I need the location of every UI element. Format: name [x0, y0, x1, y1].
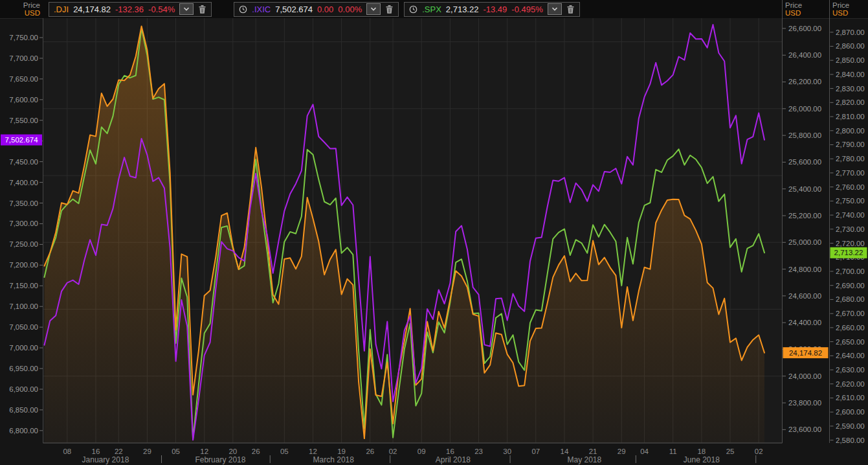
- right-axis2-tick-label: 2,870.00: [836, 28, 865, 36]
- right-axis2-tick-label: 2,640.00: [836, 352, 865, 359]
- date-tick-label: 26: [252, 448, 260, 455]
- right-axis2-tick-label: 2,650.00: [836, 338, 865, 346]
- left-axis-header: Price USD: [0, 1, 40, 17]
- legend-symbol-spx: .SPX: [422, 5, 441, 14]
- date-tick-label: 08: [63, 448, 71, 455]
- spx-last-price-badge-text: 2,713.22: [834, 249, 863, 256]
- trash-icon: [198, 5, 206, 14]
- right-axis2-tick-label: 2,680.00: [836, 295, 865, 303]
- left-axis-tick-label: 7,650.00: [9, 75, 38, 83]
- delete-series-button[interactable]: [566, 5, 575, 14]
- month-label: June 2018: [684, 455, 720, 464]
- date-tick-label: 29: [143, 448, 151, 455]
- date-tick-label: 19: [337, 448, 346, 455]
- date-tick-label: 12: [200, 448, 208, 455]
- legend-change-ixic: 0.00: [317, 5, 333, 14]
- date-tick-label: 04: [640, 448, 649, 455]
- left-axis-tick-label: 7,050.00: [9, 323, 38, 331]
- right-axis1-tick-label: 25,400.00: [788, 185, 821, 193]
- clock-icon: [409, 5, 417, 14]
- month-label: March 2018: [313, 455, 355, 464]
- right-axis1-tick-label: 24,600.00: [788, 292, 821, 300]
- legend-dropdown-button[interactable]: [548, 3, 562, 15]
- right-axis1-tick-label: 25,800.00: [788, 131, 821, 139]
- right-axis1-tick-label: 26,200.00: [788, 78, 821, 85]
- month-label: January 2018: [82, 455, 129, 464]
- right-axis2-price-label: Price: [832, 1, 849, 9]
- right-axis2-tick-label: 2,690.00: [836, 282, 865, 289]
- left-axis-tick-label: 7,700.00: [9, 54, 38, 62]
- right-axis1-tick-label: 25,600.00: [788, 158, 821, 166]
- right-axis2-tick-label: 2,730.00: [836, 225, 865, 233]
- date-tick-label: 14: [561, 448, 569, 455]
- legend-row: .DJI 24,174.82 -132.36 -0.54% .IXIC 7,50…: [49, 0, 602, 18]
- legend-spx[interactable]: .SPX 2,713.22 -13.49 -0.495%: [404, 2, 580, 17]
- clock-icon: [239, 5, 247, 14]
- date-tick-label: 09: [417, 448, 426, 455]
- left-axis-tick-label: 7,350.00: [9, 199, 38, 207]
- trash-icon: [385, 5, 394, 14]
- right-axis1-tick-label: 24,400.00: [788, 319, 821, 326]
- legend-change-pct-spx: -0.495%: [511, 5, 542, 14]
- date-tick-label: 30: [503, 448, 511, 455]
- right-axis2-tick-label: 2,720.00: [836, 240, 865, 247]
- right-axis1-header: Price USD: [785, 1, 802, 17]
- date-tick-label: 21: [589, 448, 597, 455]
- date-tick-label: 02: [389, 448, 397, 455]
- right-axis1-tick-label: 26,600.00: [788, 25, 821, 32]
- right-axis1-tick-label: 25,000.00: [788, 238, 821, 246]
- delete-series-button[interactable]: [385, 5, 394, 14]
- dji-last-price-badge-text: 24,174.82: [789, 349, 822, 357]
- legend-value-ixic: 7,502.674: [275, 5, 313, 14]
- right-axis1-tick-label: 25,200.00: [788, 212, 821, 220]
- month-label: May 2018: [568, 455, 602, 464]
- legend-dji[interactable]: .DJI 24,174.82 -132.36 -0.54%: [49, 2, 212, 17]
- right-axis2-tick-label: 2,770.00: [836, 169, 865, 177]
- right-axis2-tick-label: 2,630.00: [836, 366, 865, 374]
- left-axis-tick-label: 7,150.00: [9, 282, 38, 289]
- legend-change-spx: -13.49: [483, 5, 507, 14]
- left-axis-tick-label: 7,600.00: [9, 96, 38, 104]
- month-label: February 2018: [195, 455, 245, 464]
- month-label: April 2018: [436, 455, 471, 464]
- right-axis2-tick-label: 2,840.00: [836, 71, 865, 78]
- right-axis2-tick-label: 2,700.00: [836, 267, 865, 275]
- chevron-down-icon: [551, 6, 558, 12]
- right-axis1-tick-label: 24,800.00: [788, 266, 821, 273]
- date-tick-label: 05: [172, 448, 180, 455]
- date-tick-label: 20: [228, 448, 237, 455]
- left-axis-tick-label: 7,550.00: [9, 117, 38, 124]
- date-tick-label: 07: [531, 448, 540, 455]
- chevron-down-icon: [370, 6, 377, 12]
- right-axis1-tick-label: 26,400.00: [788, 51, 821, 59]
- right-axis2-tick-label: 2,610.00: [836, 394, 865, 402]
- right-axis1-price-label: Price: [785, 1, 802, 9]
- right-axis2-tick-label: 2,780.00: [836, 155, 865, 163]
- right-axis2-tick-label: 2,830.00: [836, 85, 865, 93]
- left-axis-tick-label: 6,950.00: [9, 365, 38, 372]
- right-axis2-tick-label: 2,740.00: [836, 211, 865, 219]
- legend-dropdown-button[interactable]: [366, 3, 381, 15]
- legend-symbol-ixic: .IXIC: [252, 5, 271, 14]
- left-axis-tick-label: 7,450.00: [9, 158, 38, 166]
- delete-series-button[interactable]: [198, 5, 206, 14]
- left-axis-tick-label: 6,850.00: [9, 406, 38, 414]
- date-tick-label: 29: [618, 448, 626, 455]
- right-axis2-tick-label: 2,850.00: [836, 56, 865, 64]
- date-tick-label: 25: [726, 448, 735, 455]
- left-axis-tick-label: 7,100.00: [9, 302, 38, 310]
- legend-dropdown-button[interactable]: [179, 3, 194, 15]
- legend-ixic[interactable]: .IXIC 7,502.674 0.00 0.00%: [234, 2, 399, 17]
- chevron-down-icon: [183, 6, 190, 12]
- date-tick-label: 18: [697, 448, 706, 455]
- right-axis1-tick-label: 26,000.00: [788, 105, 821, 113]
- right-axis1-tick-label: 24,000.00: [788, 372, 821, 380]
- date-tick-label: 22: [115, 448, 123, 455]
- right-axis2-tick-label: 2,820.00: [836, 98, 865, 106]
- right-axis1-currency-label: USD: [785, 9, 802, 17]
- date-tick-label: 16: [92, 448, 100, 455]
- price-chart[interactable]: 7,750.007,700.007,650.007,600.007,550.00…: [0, 0, 868, 465]
- right-axis2-tick-label: 2,810.00: [836, 113, 865, 120]
- right-axis2-tick-label: 2,750.00: [836, 197, 865, 205]
- chart-application-window: Price USD Price USD Price USD .DJI 24,17…: [0, 0, 868, 465]
